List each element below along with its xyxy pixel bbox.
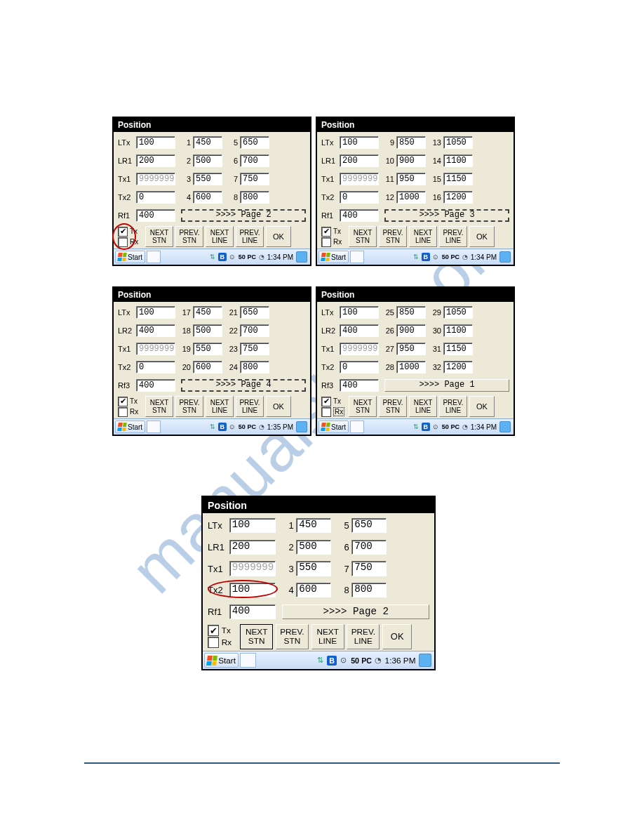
cell-input[interactable]: 1050 [443,136,473,149]
task-slot[interactable] [350,421,364,433]
show-desktop-icon[interactable] [296,421,307,432]
value-input[interactable]: 9999999 [340,343,379,355]
cell-input[interactable]: 900 [396,324,426,337]
value-input[interactable]: 200 [136,154,175,167]
checkbox[interactable]: ✔ [208,625,219,636]
task-slot[interactable] [240,653,256,668]
cell-input[interactable]: 850 [396,306,426,319]
ok-button[interactable]: OK [382,624,412,649]
cell-input[interactable]: 950 [396,173,426,185]
cell-input[interactable]: 1100 [443,154,473,167]
value-input[interactable]: 400 [136,209,175,222]
value-input[interactable]: 100 [340,136,379,149]
cell-input[interactable]: 800 [240,191,269,204]
nav-button[interactable]: PREV. STN [276,624,309,649]
nav-button[interactable]: NEXT LINE [311,624,344,649]
ok-button[interactable]: OK [469,396,495,417]
rx-checkbox[interactable]: Rx [118,407,143,417]
cell-input[interactable]: 800 [351,583,387,597]
rx-checkbox[interactable]: Rx [321,237,347,247]
page-button[interactable]: >>>> Page 3 [384,209,509,222]
cell-input[interactable]: 750 [351,561,387,576]
rx-checkbox[interactable]: Rx [321,407,347,417]
start-button[interactable]: Start [115,251,145,263]
tx-checkbox[interactable]: ✔Tx [321,397,347,406]
cell-input[interactable]: 650 [351,518,387,533]
cell-input[interactable]: 750 [240,343,269,355]
value-input[interactable]: 100 [136,306,175,319]
cell-input[interactable]: 650 [240,136,269,149]
value-input[interactable]: 100 [340,306,379,319]
tx-checkbox[interactable]: ✔Tx [321,227,347,237]
ok-button[interactable]: OK [266,226,291,247]
nav-button[interactable]: PREV. STN [379,226,407,247]
nav-button[interactable]: PREV. LINE [347,624,380,649]
cell-input[interactable]: 1050 [443,306,473,319]
value-input[interactable]: 100 [229,583,276,597]
checkbox[interactable] [118,407,128,417]
cell-input[interactable]: 550 [193,173,222,185]
checkbox[interactable] [321,407,331,417]
tx-checkbox[interactable]: ✔Tx [118,397,143,406]
value-input[interactable]: 400 [229,604,276,619]
cell-input[interactable]: 550 [193,343,222,355]
nav-button[interactable]: PREV. LINE [236,396,264,417]
cell-input[interactable]: 600 [296,583,331,597]
nav-button[interactable]: NEXT STN [349,226,377,247]
nav-button[interactable]: NEXT STN [145,396,173,417]
nav-button[interactable]: PREV. LINE [236,226,264,247]
start-button[interactable]: Start [204,653,239,668]
cell-input[interactable]: 850 [396,136,426,149]
show-desktop-icon[interactable] [499,251,511,263]
nav-button[interactable]: PREV. LINE [439,226,467,247]
nav-button[interactable]: NEXT STN [349,396,377,417]
value-input[interactable]: 9999999 [340,173,379,185]
cell-input[interactable]: 700 [240,324,269,337]
value-input[interactable]: 0 [340,191,379,204]
cell-input[interactable]: 550 [296,561,331,576]
cell-input[interactable]: 1100 [443,324,473,337]
cell-input[interactable]: 450 [296,518,331,533]
cell-input[interactable]: 1200 [443,361,473,373]
value-input[interactable]: 0 [136,361,175,373]
show-desktop-icon[interactable] [499,421,511,432]
checkbox[interactable] [208,637,219,648]
value-input[interactable]: 100 [229,518,276,533]
value-input[interactable]: 9999999 [136,173,175,185]
cell-input[interactable]: 750 [240,173,269,185]
tx-checkbox[interactable]: ✔Tx [208,625,237,636]
cell-input[interactable]: 600 [193,191,222,204]
ok-button[interactable]: OK [469,226,495,247]
nav-button[interactable]: PREV. STN [175,396,203,417]
value-input[interactable]: 400 [340,209,379,222]
page-button[interactable]: >>>> Page 4 [181,379,306,392]
nav-button[interactable]: PREV. STN [175,226,203,247]
checkbox[interactable]: ✔ [118,397,128,406]
start-button[interactable]: Start [115,421,145,433]
nav-button[interactable]: PREV. STN [379,396,407,417]
checkbox[interactable] [321,237,331,247]
cell-input[interactable]: 650 [240,306,269,319]
checkbox[interactable] [118,237,128,247]
value-input[interactable]: 9999999 [136,343,175,355]
value-input[interactable]: 0 [136,191,175,204]
value-input[interactable]: 9999999 [229,561,276,576]
page-button[interactable]: >>>> Page 2 [181,209,306,222]
cell-input[interactable]: 1000 [396,191,426,204]
tx-checkbox[interactable]: ✔Tx [118,227,143,237]
checkbox[interactable]: ✔ [118,227,128,237]
checkbox[interactable]: ✔ [321,227,331,237]
value-input[interactable]: 400 [340,379,379,392]
cell-input[interactable]: 600 [193,361,222,373]
cell-input[interactable]: 450 [193,306,222,319]
nav-button[interactable]: NEXT LINE [206,396,234,417]
cell-input[interactable]: 700 [351,540,387,555]
value-input[interactable]: 400 [340,324,379,337]
rx-checkbox[interactable]: Rx [118,237,143,247]
cell-input[interactable]: 900 [396,154,426,167]
cell-input[interactable]: 500 [193,324,222,337]
ok-button[interactable]: OK [266,396,291,417]
value-input[interactable]: 0 [340,361,379,373]
checkbox[interactable]: ✔ [321,397,331,406]
show-desktop-icon[interactable] [419,654,432,667]
